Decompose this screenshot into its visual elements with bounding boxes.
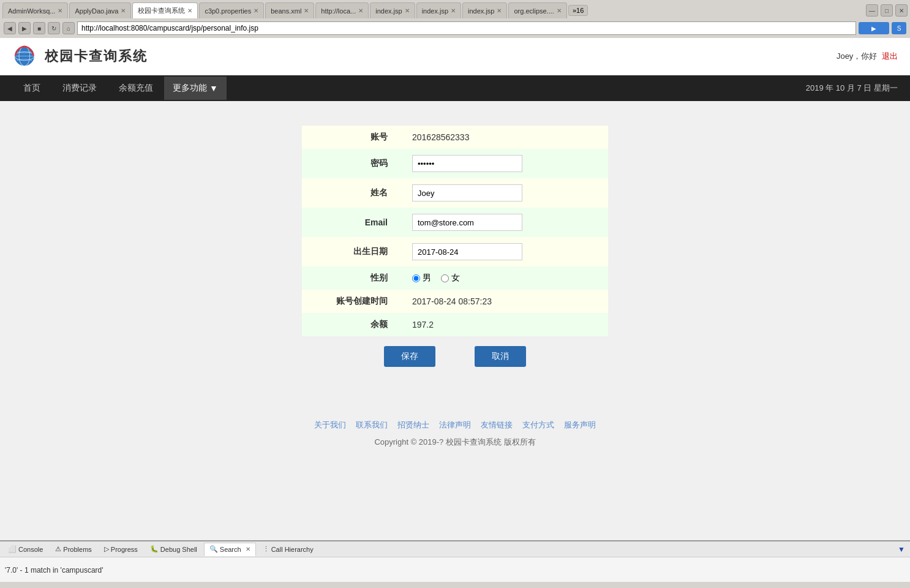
logo-area: 校园卡查询系统: [12, 44, 148, 69]
name-input[interactable]: [412, 184, 522, 202]
back-btn[interactable]: ◀: [4, 22, 16, 34]
label-account: 账号: [302, 126, 400, 149]
footer-link-about[interactable]: 关于我们: [314, 420, 346, 431]
footer-link-friends[interactable]: 友情链接: [481, 420, 513, 431]
tab-label: c3p0.properties: [205, 7, 251, 15]
footer-link-contact[interactable]: 联系我们: [356, 420, 388, 431]
eclipse-tab-bar: ⬜ Console ⚠ Problems ▷ Progress 🐛 Debug …: [0, 541, 910, 557]
tab-label: index.jsp: [375, 7, 402, 15]
label-balance: 余额: [302, 313, 400, 336]
birthdate-input[interactable]: [412, 243, 522, 260]
tab-more[interactable]: »16: [568, 5, 588, 16]
form-row-account: 账号 201628562333: [302, 126, 608, 149]
footer-link-service[interactable]: 服务声明: [564, 420, 596, 431]
tab-close-search-icon[interactable]: ✕: [246, 546, 250, 552]
refresh-btn[interactable]: ↻: [48, 22, 60, 34]
save-button[interactable]: 保存: [384, 346, 435, 367]
tab-index2[interactable]: index.jsp ✕: [416, 2, 461, 18]
console-icon: ⬜: [8, 545, 17, 553]
site-footer: 关于我们 联系我们 招贤纳士 法律声明 友情链接 支付方式 服务声明 Copyr…: [0, 401, 910, 460]
eclipse-content: '7.0' - 1 match in 'campuscard': [0, 557, 910, 583]
tab-adminworksq[interactable]: AdminWorksq... ✕: [2, 2, 68, 18]
tab-index3[interactable]: index.jsp ✕: [462, 2, 507, 18]
tab-close-icon[interactable]: ✕: [304, 7, 309, 14]
nav-more-dropdown[interactable]: 更多功能 ▼: [164, 77, 227, 100]
tab-close-icon[interactable]: ✕: [405, 7, 410, 14]
go-btn[interactable]: ▶: [859, 22, 889, 34]
tab-campuscard[interactable]: 校园卡查询系统 ✕: [132, 2, 198, 18]
nav-transactions[interactable]: 消费记录: [51, 77, 108, 100]
eclipse-tab-call-hierarchy[interactable]: ⋮ Call Hierarchy: [257, 543, 319, 556]
footer-copyright: Copyright © 2019-? 校园卡查询系统 版权所有: [12, 437, 898, 448]
gender-male-option[interactable]: 男: [412, 273, 431, 284]
eclipse-bottom-panel: ⬜ Console ⚠ Problems ▷ Progress 🐛 Debug …: [0, 540, 910, 582]
tab-eclipse[interactable]: org.eclipse.... ✕: [508, 2, 566, 18]
tab-index1[interactable]: index.jsp ✕: [370, 2, 415, 18]
eclipse-tab-problems[interactable]: ⚠ Problems: [50, 543, 97, 556]
eclipse-tab-search[interactable]: 🔍 Search ✕: [204, 543, 256, 556]
tab-close-icon[interactable]: ✕: [254, 7, 258, 14]
eclipse-scroll-right[interactable]: ▼: [895, 544, 908, 555]
tab-label: AdminWorksq...: [8, 7, 55, 15]
tab-applydao[interactable]: ApplyDao.java ✕: [69, 2, 131, 18]
eclipse-tab-search-label: Search: [220, 546, 241, 553]
close-btn[interactable]: ✕: [895, 4, 908, 17]
tab-label: org.eclipse....: [514, 7, 554, 15]
site-header: 校园卡查询系统 Joey，你好 退出: [0, 38, 910, 75]
form-row-birthdate: 出生日期: [302, 237, 608, 266]
eclipse-tab-debug-label: Debug Shell: [160, 546, 197, 553]
tab-label: ApplyDao.java: [75, 7, 118, 15]
value-name: [400, 178, 608, 208]
footer-links: 关于我们 联系我们 招贤纳士 法律声明 友情链接 支付方式 服务声明: [12, 420, 898, 431]
home-btn[interactable]: ⌂: [62, 22, 75, 34]
footer-link-recruit[interactable]: 招贤纳士: [397, 420, 429, 431]
label-email: Email: [302, 208, 400, 237]
balance-value: 197.2: [412, 320, 434, 330]
tab-close-icon[interactable]: ✕: [121, 7, 126, 14]
nav-recharge[interactable]: 余额充值: [108, 77, 164, 100]
address-input[interactable]: [77, 21, 856, 35]
tab-close-icon[interactable]: ✕: [187, 7, 192, 14]
gender-male-radio[interactable]: [412, 274, 420, 282]
gender-female-radio[interactable]: [441, 274, 449, 282]
maximize-btn[interactable]: □: [881, 4, 893, 17]
email-input[interactable]: [412, 214, 522, 231]
tab-c3p0[interactable]: c3p0.properties ✕: [199, 2, 264, 18]
form-row-email: Email: [302, 208, 608, 237]
eclipse-tab-progress[interactable]: ▷ Progress: [99, 543, 143, 556]
browser-action-btn[interactable]: S: [892, 22, 906, 34]
eclipse-status-text: '7.0' - 1 match in 'campuscard': [5, 566, 103, 575]
tab-close-icon[interactable]: ✕: [557, 7, 562, 14]
tab-beans[interactable]: beans.xml ✕: [265, 2, 314, 18]
createtime-value: 2017-08-24 08:57:23: [412, 296, 492, 306]
value-account: 201628562333: [400, 126, 608, 149]
value-createtime: 2017-08-24 08:57:23: [400, 290, 608, 313]
value-birthdate: [400, 237, 608, 266]
tab-close-icon[interactable]: ✕: [58, 7, 62, 14]
footer-link-payment[interactable]: 支付方式: [522, 420, 554, 431]
browser-window: AdminWorksq... ✕ ApplyDao.java ✕ 校园卡查询系统…: [0, 0, 910, 588]
progress-icon: ▷: [104, 545, 109, 553]
tab-close-icon[interactable]: ✕: [497, 7, 502, 14]
label-createtime: 账号创建时间: [302, 290, 400, 313]
value-password: [400, 149, 608, 178]
form-buttons-row: 保存 取消: [302, 336, 608, 377]
footer-link-legal[interactable]: 法律声明: [439, 420, 471, 431]
tab-close-icon[interactable]: ✕: [358, 7, 363, 14]
forward-btn[interactable]: ▶: [18, 22, 31, 34]
logout-link[interactable]: 退出: [882, 51, 898, 61]
stop-btn[interactable]: ■: [33, 22, 45, 34]
debug-shell-icon: 🐛: [150, 545, 159, 553]
cancel-button[interactable]: 取消: [475, 346, 526, 367]
tab-localhost[interactable]: http://loca... ✕: [315, 2, 369, 18]
eclipse-tab-console[interactable]: ⬜ Console: [2, 543, 48, 556]
gender-female-option[interactable]: 女: [441, 273, 460, 284]
form-row-createtime: 账号创建时间 2017-08-24 08:57:23: [302, 290, 608, 313]
minimize-btn[interactable]: —: [866, 4, 878, 17]
password-input[interactable]: [412, 155, 522, 172]
eclipse-tab-debug-shell[interactable]: 🐛 Debug Shell: [145, 543, 203, 556]
tab-close-icon[interactable]: ✕: [451, 7, 456, 14]
nav-home[interactable]: 首页: [12, 77, 51, 100]
tab-more-count: 16: [576, 7, 584, 14]
user-greeting: Joey，你好: [837, 51, 877, 61]
